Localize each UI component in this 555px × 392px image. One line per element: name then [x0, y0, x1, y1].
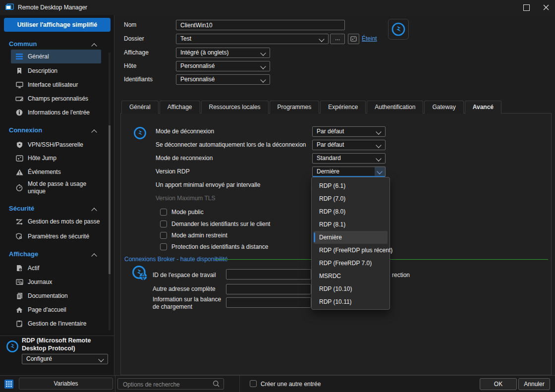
nom-input[interactable] — [176, 20, 345, 30]
title-bar: Remote Desktop Manager — [0, 0, 555, 15]
tab-authentification[interactable]: Authentification — [367, 101, 423, 113]
rdp-broker-icon — [132, 265, 148, 281]
sidebar-item-page-accueil[interactable]: Page d'accueil — [11, 303, 101, 317]
rdp-logo-button[interactable] — [388, 19, 409, 40]
version-rdp-label: Version RDP — [156, 168, 190, 175]
mode-deconnexion-select[interactable]: Par défaut — [312, 126, 386, 137]
variables-grid-button[interactable] — [0, 376, 18, 392]
maximize-button[interactable] — [516, 0, 536, 15]
dropdown-item[interactable]: MSRDC — [314, 270, 388, 282]
sidebar-item-description[interactable]: Description — [11, 64, 101, 78]
sidebar-item-hote-jump[interactable]: Hôte Jump — [11, 151, 101, 165]
mode-reconnexion-select[interactable]: Standard — [312, 153, 386, 164]
sidebar-item-general[interactable]: Général — [11, 50, 101, 63]
sidebar-item-label: Champs personnalisés — [28, 95, 88, 102]
sidebar-item-interface-utilisateur[interactable]: Interface utilisateur — [11, 78, 101, 92]
version-rdp-value: Dernière — [317, 168, 339, 175]
sidebar-item-informations-entree[interactable]: Informations de l'entrée — [11, 106, 101, 119]
tab-general[interactable]: Général — [121, 101, 159, 113]
sidebar-section-affichage[interactable]: Affichage — [9, 250, 103, 259]
sidebar-item-label: VPN/SSH/Passerelle — [28, 141, 83, 148]
demander-identifiants-checkbox[interactable] — [160, 221, 167, 227]
mode-public-checkbox[interactable] — [160, 209, 167, 216]
version-rdp-select[interactable]: Dernière — [312, 167, 386, 177]
dropdown-item[interactable]: RDP (10.11) — [314, 295, 388, 308]
sidebar-item-mot-de-passe-usage-unique[interactable]: Mot de passe à usage unique — [11, 178, 101, 198]
host-jump-icon — [15, 155, 24, 162]
dossier-select[interactable]: Test — [176, 34, 329, 44]
sidebar-item-actif[interactable]: Actif — [11, 261, 101, 275]
sidebar-item-gestion-inventaire[interactable]: Gestion de l'inventaire — [11, 317, 101, 331]
workspace-id-input[interactable] — [226, 269, 311, 280]
dropdown-item[interactable]: RDP (FreeRDP 7.0) — [314, 257, 388, 270]
maximize-icon — [523, 4, 530, 11]
sidebar-item-parametres-securite[interactable]: Paramètres de sécurité — [11, 229, 101, 243]
identifiants-select[interactable]: Personnalisé — [176, 74, 270, 85]
tab-affichage[interactable]: Affichage — [160, 101, 200, 113]
sidebar-item-journaux[interactable]: Journaux — [11, 275, 101, 289]
balance-chargement-input[interactable] — [226, 297, 311, 308]
sidebar-item-champs-personnalises[interactable]: Champs personnalisés — [11, 92, 101, 106]
sidebar-item-vpn-ssh-passerelle[interactable]: VPN/SSH/Passerelle — [11, 138, 101, 152]
dropdown-item[interactable]: RDP (10.10) — [314, 282, 388, 295]
simplified-view-button[interactable]: Utiliser l'affichage simplifié — [4, 18, 111, 32]
host-jump-icon — [350, 36, 357, 42]
monitor-icon — [15, 82, 24, 88]
deconnexion-auto-select[interactable]: Par défaut — [312, 140, 386, 150]
sidebar-section-securite[interactable]: Sécurité — [9, 204, 103, 213]
affichage-select[interactable]: Intégré (à onglets) — [176, 48, 270, 58]
chevron-up-icon — [92, 252, 96, 261]
sidebar-scrollbar-thumb[interactable] — [109, 125, 111, 274]
ok-button[interactable]: OK — [480, 378, 517, 390]
close-button[interactable] — [536, 0, 555, 15]
footer-divider — [115, 376, 115, 392]
select-chevron-box[interactable] — [375, 167, 385, 176]
search-input[interactable] — [122, 379, 208, 390]
mode-admin-restreint-label: Mode admin restreint — [171, 231, 227, 239]
tab-experience[interactable]: Expérience — [320, 101, 366, 113]
chevron-down-icon — [376, 142, 381, 148]
dropdown-item[interactable]: RDP (7.0) — [314, 192, 388, 205]
sidebar-item-documentation[interactable]: Documentation — [11, 289, 101, 303]
mode-admin-restreint-checkbox[interactable] — [160, 232, 167, 239]
dropdown-item-selected[interactable]: Dernière — [314, 231, 388, 244]
protocol-status-select[interactable]: Configuré — [22, 354, 108, 364]
nom-input-field[interactable] — [180, 20, 340, 30]
protection-identifiants-checkbox[interactable] — [160, 243, 167, 250]
tab-avance[interactable]: Avancé — [465, 101, 501, 114]
tab-programmes[interactable]: Programmes — [270, 101, 320, 113]
variables-button[interactable]: Variables — [19, 378, 113, 390]
search-options-box[interactable] — [117, 378, 224, 390]
sidebar-item-gestion-mots-de-passe[interactable]: Gestion des mots de passe — [11, 215, 101, 228]
dropdown-item[interactable]: RDP (8.0) — [314, 205, 388, 218]
dossier-browse-button[interactable]: ... — [330, 34, 345, 44]
tab-ressources-locales[interactable]: Ressources locales — [201, 101, 269, 113]
autre-adresse-field[interactable] — [230, 284, 307, 294]
eteint-link[interactable]: Éteint — [362, 35, 377, 42]
workspace-id-label: ID de l'espace de travail — [153, 271, 216, 279]
app-icon — [5, 3, 14, 11]
affichage-value: Intégré (à onglets) — [180, 49, 228, 56]
tab-gateway[interactable]: Gateway — [424, 101, 463, 113]
affichage-label: Affichage — [124, 49, 149, 56]
footer-bar: Variables Créer une autre entrée OK Annu… — [0, 375, 555, 392]
sidebar-item-label: Interface utilisateur — [28, 81, 78, 88]
remote-desktop-manager-window: Remote Desktop Manager Utiliser l'affich… — [0, 0, 555, 392]
balance-chargement-label: Information sur la balance de chargement — [153, 296, 227, 311]
dropdown-item[interactable]: RDP (FreeRDP plus récent) — [314, 244, 388, 257]
rdp-logo-icon — [6, 340, 19, 353]
balance-chargement-field[interactable] — [230, 298, 307, 307]
dropdown-item[interactable]: RDP (6.1) — [314, 179, 388, 192]
dropdown-item[interactable]: RDP (8.1) — [314, 218, 388, 231]
workspace-id-field[interactable] — [230, 270, 307, 279]
create-another-checkbox[interactable] — [250, 380, 257, 387]
dossier-host-icon-button[interactable] — [348, 34, 359, 44]
cancel-button[interactable]: Annuler — [518, 378, 550, 390]
autre-adresse-input[interactable] — [226, 284, 311, 294]
hote-select[interactable]: Personnalisé — [176, 61, 270, 71]
sidebar-section-commun[interactable]: Commun — [9, 40, 103, 49]
sidebar-item-evenements[interactable]: Événements — [11, 165, 101, 179]
protocol-name: RDP (Microsoft Remote Desktop Protocol) — [22, 337, 109, 352]
mode-reconnexion-value: Standard — [317, 155, 341, 162]
sidebar-section-connexion[interactable]: Connexion — [9, 126, 103, 135]
